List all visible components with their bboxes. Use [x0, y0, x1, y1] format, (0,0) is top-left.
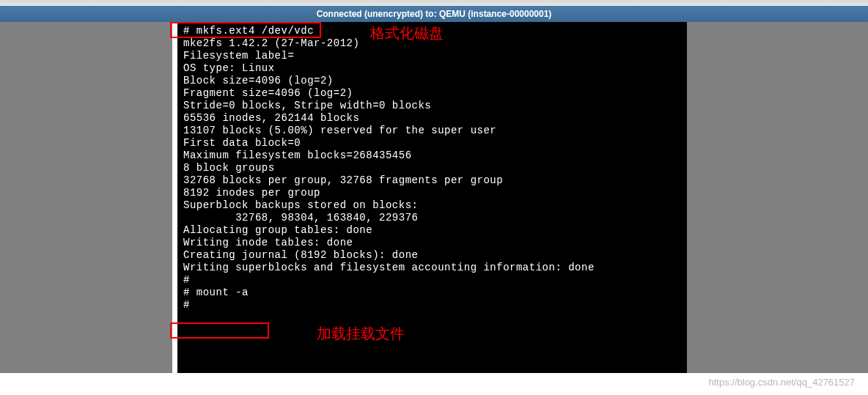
terminal-console[interactable]: # mkfs.ext4 /dev/vdc mke2fs 1.42.2 (27-M… — [177, 22, 691, 374]
connection-status-text: Connected (unencrypted) to: QEMU (instan… — [317, 9, 552, 19]
console-line: Allocating group tables: done — [183, 224, 685, 237]
console-line: OS type: Linux — [183, 62, 685, 75]
console-line: Writing inode tables: done — [183, 237, 685, 249]
side-panel-left — [0, 22, 172, 373]
console-line: Writing superblocks and filesystem accou… — [183, 262, 685, 274]
console-line: 8192 inodes per group — [183, 187, 685, 199]
annotation-format-disk: 格式化磁盘 — [370, 23, 444, 43]
console-line: 13107 blocks (5.00%) reserved for the su… — [183, 125, 685, 137]
console-line: # — [183, 299, 685, 311]
console-line: First data block=0 — [183, 137, 685, 149]
watermark-text: https://blog.csdn.net/qq_42761527 — [709, 377, 856, 388]
console-line: Stride=0 blocks, Stripe width=0 blocks — [183, 100, 685, 112]
console-line: 65536 inodes, 262144 blocks — [183, 112, 685, 125]
console-line: 32768, 98304, 163840, 229376 — [183, 212, 685, 224]
top-strip — [0, 0, 868, 6]
console-line: 32768 blocks per group, 32768 fragments … — [183, 174, 685, 187]
console-line: Filesystem label= — [183, 50, 685, 62]
console-line: Maximum filesystem blocks=268435456 — [183, 149, 685, 162]
annotation-mount-file: 加载挂载文件 — [317, 324, 405, 344]
console-line: # mount -a — [183, 287, 685, 299]
side-panel-right — [687, 22, 868, 373]
console-line: Superblock backups stored on blocks: — [183, 199, 685, 212]
console-line: Block size=4096 (log=2) — [183, 75, 685, 87]
console-line: 8 block groups — [183, 162, 685, 174]
console-line: Creating journal (8192 blocks): done — [183, 249, 685, 262]
console-line: Fragment size=4096 (log=2) — [183, 87, 685, 100]
connection-status-bar: Connected (unencrypted) to: QEMU (instan… — [0, 6, 868, 22]
console-line: # — [183, 274, 685, 287]
